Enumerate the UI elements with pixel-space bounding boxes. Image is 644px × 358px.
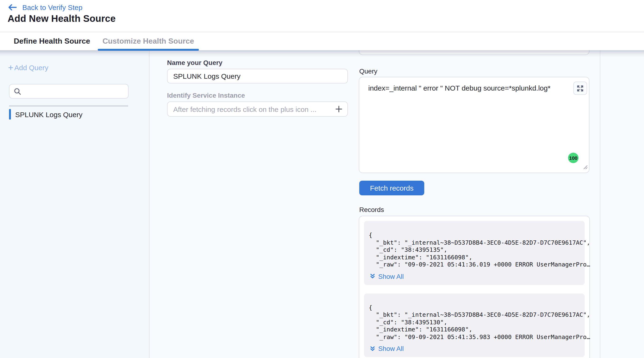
query-name-input[interactable]: SPLUNK Logs Query bbox=[167, 69, 348, 83]
query-label: Query bbox=[359, 67, 377, 75]
record-line: "_bkt": "_internal~38~D537D8B4-3EC0-4D5E… bbox=[369, 239, 580, 246]
add-query-label: Add Query bbox=[14, 63, 48, 72]
content-area: + Add Query SPLUNK Logs Query Name your … bbox=[0, 50, 644, 358]
record-line: { bbox=[369, 304, 580, 311]
record-card: { "_bkt": "_internal~38~D537D8B4-3EC0-4D… bbox=[364, 293, 585, 357]
tab-customize-health-source[interactable]: Customize Health Source bbox=[98, 32, 199, 50]
plus-icon[interactable] bbox=[335, 105, 343, 113]
double-chevron-down-icon bbox=[370, 273, 376, 279]
add-query-button[interactable]: + Add Query bbox=[8, 63, 48, 72]
record-line: "_bkt": "_internal~38~D537D8B4-3EC0-4D5E… bbox=[369, 311, 580, 319]
fetch-records-button[interactable]: Fetch records bbox=[359, 181, 424, 195]
expand-button[interactable] bbox=[573, 81, 587, 95]
service-instance-label: Identify Service Instance bbox=[167, 91, 245, 99]
query-sidebar: + Add Query SPLUNK Logs Query bbox=[0, 50, 150, 358]
tab-define-health-source[interactable]: Define Health Source bbox=[9, 32, 95, 50]
show-all-label: Show All bbox=[378, 272, 404, 280]
sidebar-divider bbox=[9, 106, 128, 106]
scrolled-input-partial[interactable] bbox=[359, 50, 590, 55]
back-link-label: Back to Verify Step bbox=[22, 3, 82, 11]
right-gutter bbox=[600, 50, 644, 358]
record-line: "_indextime": "1631166098", bbox=[369, 253, 580, 261]
query-name-value: SPLUNK Logs Query bbox=[173, 72, 240, 80]
sidebar-item-splunk-logs-query[interactable]: SPLUNK Logs Query bbox=[9, 109, 82, 119]
service-instance-placeholder: After fetching records click on the plus… bbox=[173, 105, 316, 113]
name-query-label: Name your Query bbox=[167, 59, 222, 66]
back-arrow-icon bbox=[8, 4, 17, 11]
show-all-label: Show All bbox=[378, 345, 404, 352]
query-item-label: SPLUNK Logs Query bbox=[15, 110, 82, 118]
record-line: "_cd": "38:4395130", bbox=[369, 319, 580, 326]
search-icon bbox=[14, 87, 21, 95]
page-header: Back to Verify Step Add New Health Sourc… bbox=[0, 0, 644, 32]
record-line: { bbox=[369, 231, 580, 239]
service-instance-input[interactable]: After fetching records click on the plus… bbox=[167, 101, 348, 117]
double-chevron-down-icon bbox=[370, 346, 376, 352]
records-label: Records bbox=[359, 206, 384, 213]
query-textarea[interactable]: index=_internal " error " NOT debug sour… bbox=[359, 77, 590, 173]
record-line: "_raw": "09-09-2021 05:41:35.983 +0000 E… bbox=[369, 333, 580, 341]
tab-bar: Define Health Source Customize Health So… bbox=[0, 32, 644, 50]
selected-indicator-bar bbox=[9, 109, 11, 119]
record-line: "_cd": "38:4395135", bbox=[369, 246, 580, 253]
back-link[interactable]: Back to Verify Step bbox=[8, 3, 82, 11]
record-line: "_raw": "09-09-2021 05:41:36.019 +0000 E… bbox=[369, 261, 580, 268]
query-value: index=_internal " error " NOT debug sour… bbox=[368, 84, 550, 92]
record-line: "_indextime": "1631166098", bbox=[369, 326, 580, 333]
resize-handle-icon[interactable] bbox=[582, 163, 588, 172]
show-all-link[interactable]: Show All bbox=[370, 272, 580, 280]
record-card: { "_bkt": "_internal~38~D537D8B4-3EC0-4D… bbox=[364, 221, 585, 285]
plus-icon: + bbox=[8, 64, 13, 71]
expand-icon bbox=[576, 85, 584, 92]
records-container: { "_bkt": "_internal~38~D537D8B4-3EC0-4D… bbox=[359, 216, 590, 358]
page-title: Add New Health Source bbox=[8, 13, 116, 24]
page: Back to Verify Step Add New Health Sourc… bbox=[0, 0, 644, 358]
record-count-badge: 100 bbox=[568, 153, 578, 163]
query-search-input[interactable] bbox=[9, 84, 128, 99]
show-all-link[interactable]: Show All bbox=[370, 345, 580, 352]
